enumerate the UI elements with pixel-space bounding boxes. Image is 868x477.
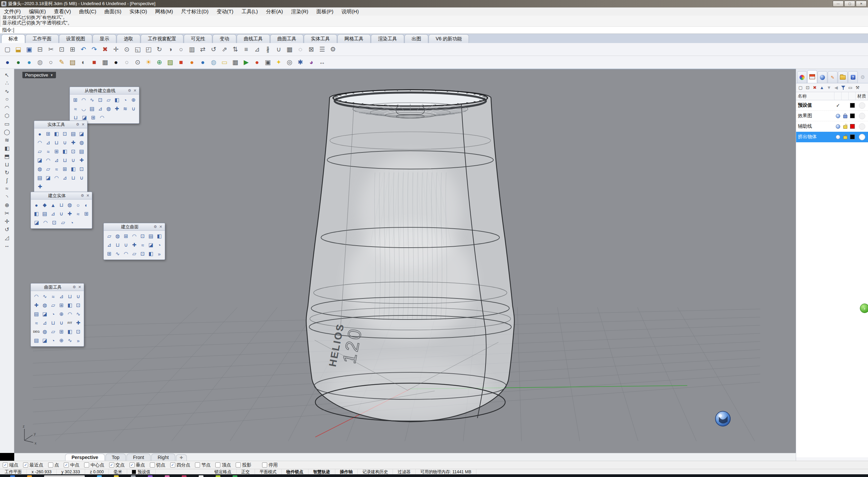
- palette-tool-icon[interactable]: ◧: [66, 327, 74, 336]
- palette-tool-icon[interactable]: ◔: [49, 310, 57, 318]
- globe-icon[interactable]: ⊕: [154, 57, 164, 67]
- status-工作平面[interactable]: 工作平面: [0, 469, 27, 475]
- palette-tool-icon[interactable]: ⊡: [138, 249, 147, 258]
- checkbox-checked[interactable]: ✓: [170, 462, 175, 468]
- osnap-停用[interactable]: 停用: [262, 462, 278, 468]
- palette-tool-icon[interactable]: ⊕: [130, 96, 138, 104]
- open-file-icon[interactable]: ⬓: [13, 44, 23, 55]
- material-box-red-icon[interactable]: ■: [176, 57, 186, 67]
- palette-tool-icon[interactable]: ⊞: [57, 301, 66, 310]
- loft-icon[interactable]: ≈: [2, 185, 12, 193]
- menu-渲染(R)[interactable]: 渲染(R): [287, 8, 312, 16]
- play-render-icon[interactable]: ▶: [241, 57, 251, 67]
- gear-icon[interactable]: ⚙: [80, 193, 85, 198]
- close-icon[interactable]: ✕: [132, 88, 138, 93]
- undo-icon[interactable]: ↶: [78, 44, 88, 55]
- checkbox-checked[interactable]: ✓: [23, 462, 28, 468]
- status-平面模式[interactable]: 平面模式: [255, 469, 282, 475]
- palette-create-solids[interactable]: 建立实体⚙✕●◆▲⊔◍○◐◧▤⊿∪✚≈⊞◪◠⊡▱◔: [31, 192, 92, 229]
- settings-tab[interactable]: ⚙: [858, 71, 867, 83]
- palette-title-bar[interactable]: 曲面工具⚙✕: [31, 284, 84, 291]
- curve-icon[interactable]: ∿: [2, 87, 12, 95]
- layer-material-cell[interactable]: [856, 113, 868, 119]
- osnap-中心点[interactable]: 中心点: [84, 462, 104, 468]
- close-icon[interactable]: ✕: [80, 122, 86, 127]
- sun-icon[interactable]: ☀: [143, 57, 154, 67]
- toolbar-tab-网格工具[interactable]: 网格工具: [337, 34, 371, 43]
- layer-row-挤出物体[interactable]: 挤出物体: [796, 132, 868, 142]
- maximize-button[interactable]: ▢: [844, 1, 855, 7]
- toolbar-tab-变动[interactable]: 变动: [213, 34, 236, 43]
- menu-网格(M)[interactable]: 网格(M): [151, 8, 177, 16]
- menu-尺寸标注(D)[interactable]: 尺寸标注(D): [177, 8, 213, 16]
- status-x -260.933[interactable]: x -260.933: [27, 469, 57, 475]
- dimension-icon[interactable]: ↔: [2, 242, 12, 250]
- copy-icon[interactable]: ⊡: [57, 44, 67, 55]
- palette-tool-icon[interactable]: ⊞: [44, 129, 53, 138]
- ghosted-sphere-icon[interactable]: ◍: [35, 57, 45, 67]
- status-预设值[interactable]: 预设值: [127, 469, 156, 475]
- status-毫米[interactable]: 毫米: [109, 469, 127, 475]
- taskbar-icon[interactable]: [148, 475, 153, 477]
- palette-tool-icon[interactable]: ⊿: [96, 104, 105, 113]
- palette-tool-icon[interactable]: ◧: [52, 129, 61, 138]
- layer-color-cell[interactable]: [849, 113, 856, 118]
- toolbar-tab-出图[interactable]: 出图: [405, 34, 428, 43]
- status-过滤器[interactable]: 过滤器: [393, 469, 416, 475]
- palette-tool-icon[interactable]: ◠: [32, 292, 41, 301]
- palette-tool-icon[interactable]: ▱: [49, 301, 57, 310]
- layer-color-cell[interactable]: [849, 124, 856, 129]
- palette-tool-icon[interactable]: ⊔: [61, 156, 69, 165]
- model-speaker-cone[interactable]: HELIOS 120: [306, 89, 514, 422]
- column-header-lock[interactable]: [842, 92, 849, 100]
- palette-tool-icon[interactable]: ⊿: [61, 173, 69, 182]
- mirror-icon[interactable]: ⇅: [230, 44, 240, 55]
- status-记录建构历史[interactable]: 记录建构历史: [358, 469, 393, 475]
- magnify-icon[interactable]: ⊙: [133, 57, 143, 67]
- checker-texture-icon[interactable]: ▦: [100, 57, 110, 67]
- menu-变动(T)[interactable]: 变动(T): [213, 8, 237, 16]
- menu-编辑(E)[interactable]: 编辑(E): [25, 8, 50, 16]
- palette-tool-icon[interactable]: ≈: [44, 147, 53, 156]
- layer-color-cell[interactable]: [849, 134, 856, 139]
- palette-tool-icon[interactable]: ⊿: [105, 241, 114, 249]
- taskbar-icon[interactable]: [216, 475, 220, 477]
- gear-icon[interactable]: ⚙: [75, 122, 80, 127]
- fillet-icon[interactable]: ◝: [2, 193, 12, 201]
- toolbar-tab-曲面工具[interactable]: 曲面工具: [270, 34, 303, 43]
- palette-tool-icon[interactable]: ◠: [66, 310, 74, 318]
- taskbar-icon[interactable]: [199, 475, 203, 477]
- taskbar-icon[interactable]: [114, 475, 119, 477]
- palette-tool-icon[interactable]: ◪: [77, 129, 86, 138]
- palette-tool-icon[interactable]: »: [74, 336, 82, 345]
- palette-tool-icon[interactable]: ⊔: [49, 318, 57, 327]
- viewport-tab-Perspective[interactable]: Perspective: [65, 454, 105, 461]
- palette-tool-icon[interactable]: ◍: [65, 201, 74, 209]
- osnap-顶点[interactable]: 顶点: [215, 462, 231, 468]
- viewport-title-tab[interactable]: Perspective ▼: [22, 72, 56, 78]
- layer-visibility-cell[interactable]: [834, 114, 842, 118]
- palette-tool-icon[interactable]: ●: [36, 129, 44, 138]
- palette-solid-tools[interactable]: 实体工具⚙✕●⊞◧⊡▤◪◠⊿⊔∪✚◍▱≈⊞◧⊡▤◪◠⊿⊔∪✚◍▱≈⊞◧⊡▤◪◠⊿…: [34, 121, 87, 193]
- curve-tools-icon[interactable]: ≋: [2, 136, 12, 144]
- ellipse-icon[interactable]: ◯: [2, 128, 12, 136]
- layer-lock-cell[interactable]: [842, 134, 849, 139]
- palette-tool-icon[interactable]: ∪: [61, 138, 69, 147]
- palette-tool-icon[interactable]: ⊕: [57, 310, 66, 318]
- palette-tool-icon[interactable]: ▱: [49, 327, 57, 336]
- command-prompt[interactable]: 指令:: [0, 26, 868, 34]
- layer-material-cell[interactable]: [856, 102, 868, 109]
- checkbox-unchecked[interactable]: [236, 462, 241, 468]
- new-file-icon[interactable]: ▢: [2, 44, 13, 55]
- raytrace-icon[interactable]: ◐: [78, 57, 88, 67]
- palette-tool-icon[interactable]: ⊡: [74, 327, 82, 336]
- palette-tool-icon[interactable]: ◔: [67, 218, 76, 227]
- palette-tool-icon[interactable]: ◪: [32, 218, 41, 227]
- solid-icon[interactable]: ⬒: [2, 152, 12, 160]
- viewport-canvas[interactable]: HELIOS 120 z y x: [14, 69, 796, 453]
- palette-tool-icon[interactable]: ✚: [32, 301, 41, 310]
- palette-tool-icon[interactable]: ⊔: [69, 173, 78, 182]
- gear-icon[interactable]: ⚙: [153, 225, 158, 229]
- palette-tool-icon[interactable]: ⊕: [57, 336, 66, 345]
- palette-tool-icon[interactable]: ◠: [122, 249, 130, 258]
